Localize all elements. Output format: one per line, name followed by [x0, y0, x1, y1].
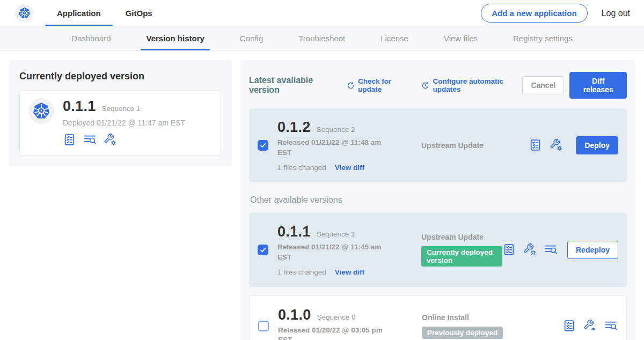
version-checkbox[interactable] [258, 245, 268, 255]
source-label: Upstream Update [421, 141, 529, 150]
currently-deployed-card: 0.1.1 Sequence 1 Deployed 01/21/22 @ 11:… [19, 90, 221, 156]
sequence-label: Sequence 0 [317, 313, 356, 321]
check-icon [259, 142, 267, 149]
released-date: Released 01/21/22 @ 11:48 am EST [277, 138, 383, 158]
tab-gitops[interactable]: GitOps [122, 0, 156, 26]
version-number: 0.1.0 [278, 307, 311, 323]
cancel-button[interactable]: Cancel [522, 76, 564, 94]
preflight-checklist-icon[interactable] [502, 243, 516, 256]
files-changed-label: 1 files changed [277, 164, 326, 172]
version-number: 0.1.2 [277, 119, 311, 136]
diff-releases-button[interactable]: Diff releases [569, 72, 627, 99]
config-wrench-gear-icon[interactable] [104, 133, 117, 146]
deploy-logs-icon[interactable] [83, 133, 97, 146]
config-wrench-eye-icon[interactable] [583, 319, 597, 332]
version-history-panel: Latest available version Check for updat… [240, 60, 635, 340]
files-changed-label: 1 files changed [277, 268, 326, 276]
redeploy-button[interactable]: Redeploy [567, 241, 618, 259]
source-label: Upstream Update [421, 233, 502, 241]
kubernetes-logo-icon [15, 4, 33, 23]
main-content: Currently deployed version 0.1.1 Sequenc… [0, 50, 644, 340]
configure-auto-updates-link[interactable]: Configure automatic updates [421, 77, 522, 93]
check-icon [259, 246, 267, 254]
subnav-item-license[interactable]: License [375, 27, 414, 50]
deploy-logs-icon[interactable] [604, 319, 618, 332]
add-application-button[interactable]: Add a new application [481, 4, 587, 23]
app-sub-nav: Dashboard Version history Config Trouble… [0, 27, 644, 50]
kubernetes-app-icon [28, 98, 54, 124]
version-row-0-1-2: 0.1.2 Sequence 2 Released 01/21/22 @ 11:… [249, 108, 627, 182]
subnav-item-version-history[interactable]: Version history [141, 27, 209, 50]
top-right-actions: Add a new application Log out [481, 4, 630, 23]
version-checkbox[interactable] [258, 321, 269, 331]
top-tabs: Application GitOps [54, 0, 156, 26]
subnav-item-view-files[interactable]: View files [438, 27, 483, 50]
currently-deployed-title: Currently deployed version [19, 71, 221, 82]
top-nav: Application GitOps Add a new application… [0, 0, 644, 27]
latest-version-header: Latest available version Check for updat… [249, 72, 627, 99]
deployed-version-number: 0.1.1 [63, 98, 96, 115]
tab-application-label: Application [57, 9, 101, 18]
subnav-item-troubleshoot[interactable]: Troubleshoot [293, 27, 350, 50]
config-wrench-gear-icon[interactable] [523, 243, 537, 256]
currently-deployed-panel: Currently deployed version 0.1.1 Sequenc… [9, 60, 232, 166]
version-checkbox[interactable] [258, 140, 268, 151]
subnav-item-dashboard[interactable]: Dashboard [66, 27, 116, 50]
version-row-0-1-1: 0.1.1 Sequence 1 Released 01/21/22 @ 11:… [249, 213, 627, 287]
sequence-label: Sequence 1 [317, 230, 355, 238]
subnav-item-config[interactable]: Config [235, 27, 268, 50]
preflight-checklist-icon[interactable] [63, 133, 76, 146]
logout-button[interactable]: Log out [602, 9, 630, 18]
other-versions-title: Other available versions [250, 195, 626, 205]
view-diff-link[interactable]: View diff [335, 164, 364, 172]
preflight-checklist-icon[interactable] [529, 138, 542, 152]
deployed-sequence-label: Sequence 1 [102, 105, 141, 113]
clock-refresh-icon [421, 81, 429, 90]
subnav-item-registry-settings[interactable]: Registry settings [508, 27, 578, 50]
released-date: Released 01/20/22 @ 03:05 pm EST [278, 326, 383, 340]
config-wrench-gear-icon[interactable] [550, 138, 563, 152]
source-label: Online Install [422, 313, 562, 322]
released-date: Released 01/21/22 @ 11:45 am EST [277, 242, 383, 263]
tab-gitops-label: GitOps [126, 9, 152, 18]
view-diff-link[interactable]: View diff [335, 268, 364, 276]
latest-version-title: Latest available version [249, 76, 336, 95]
deploy-button[interactable]: Deploy [576, 136, 618, 154]
preflight-checklist-icon[interactable] [562, 319, 576, 332]
refresh-icon [347, 81, 355, 90]
version-row-0-1-0: 0.1.0 Sequence 0 Released 01/20/22 @ 03:… [249, 295, 627, 340]
deploy-logs-icon[interactable] [544, 243, 558, 256]
sequence-label: Sequence 2 [317, 125, 355, 134]
tab-application[interactable]: Application [54, 0, 104, 26]
version-number: 0.1.1 [277, 224, 311, 240]
previously-deployed-badge: Previously deployed [422, 327, 503, 339]
check-for-update-link[interactable]: Check for update [347, 77, 411, 93]
currently-deployed-badge: Currently deployed version [421, 246, 502, 267]
deployed-date: Deployed 01/21/22 @ 11:47 am EST [63, 119, 185, 127]
